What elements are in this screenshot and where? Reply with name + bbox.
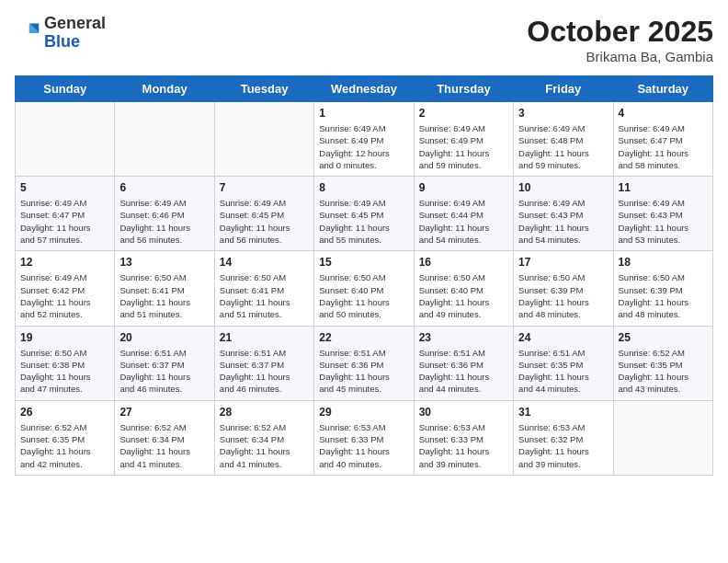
day-number: 29 — [319, 406, 408, 419]
day-info: Sunrise: 6:52 AM Sunset: 6:34 PM Dayligh… — [220, 421, 309, 470]
day-cell-5: 5Sunrise: 6:49 AM Sunset: 6:47 PM Daylig… — [16, 177, 115, 251]
empty-cell — [16, 102, 115, 177]
day-number: 15 — [319, 256, 408, 269]
weekday-friday: Friday — [514, 76, 613, 102]
day-number: 30 — [419, 406, 508, 419]
day-cell-16: 16Sunrise: 6:50 AM Sunset: 6:40 PM Dayli… — [414, 251, 513, 326]
day-cell-7: 7Sunrise: 6:49 AM Sunset: 6:45 PM Daylig… — [214, 177, 313, 251]
day-cell-30: 30Sunrise: 6:53 AM Sunset: 6:33 PM Dayli… — [414, 400, 513, 475]
weekday-tuesday: Tuesday — [214, 76, 313, 102]
title-block: October 2025 Brikama Ba, Gambia — [527, 15, 713, 64]
day-number: 16 — [419, 256, 508, 269]
day-info: Sunrise: 6:52 AM Sunset: 6:35 PM Dayligh… — [20, 421, 109, 470]
day-number: 10 — [518, 181, 608, 194]
day-info: Sunrise: 6:50 AM Sunset: 6:41 PM Dayligh… — [220, 271, 309, 320]
weekday-monday: Monday — [115, 76, 214, 102]
day-info: Sunrise: 6:53 AM Sunset: 6:32 PM Dayligh… — [518, 421, 608, 470]
day-number: 25 — [619, 331, 708, 344]
day-number: 2 — [419, 107, 508, 120]
calendar-week-row: 26Sunrise: 6:52 AM Sunset: 6:35 PM Dayli… — [16, 400, 713, 475]
day-info: Sunrise: 6:52 AM Sunset: 6:35 PM Dayligh… — [619, 347, 708, 396]
day-info: Sunrise: 6:50 AM Sunset: 6:38 PM Dayligh… — [20, 347, 109, 396]
day-cell-21: 21Sunrise: 6:51 AM Sunset: 6:37 PM Dayli… — [214, 326, 313, 400]
day-number: 4 — [619, 107, 708, 120]
day-cell-14: 14Sunrise: 6:50 AM Sunset: 6:41 PM Dayli… — [214, 251, 313, 326]
day-number: 20 — [119, 331, 209, 344]
day-cell-4: 4Sunrise: 6:49 AM Sunset: 6:47 PM Daylig… — [613, 102, 712, 177]
day-info: Sunrise: 6:49 AM Sunset: 6:45 PM Dayligh… — [220, 197, 309, 246]
day-number: 7 — [220, 181, 309, 194]
empty-cell — [214, 102, 313, 177]
day-info: Sunrise: 6:51 AM Sunset: 6:36 PM Dayligh… — [319, 347, 408, 396]
day-info: Sunrise: 6:49 AM Sunset: 6:48 PM Dayligh… — [518, 122, 608, 171]
day-cell-11: 11Sunrise: 6:49 AM Sunset: 6:43 PM Dayli… — [613, 177, 712, 251]
day-info: Sunrise: 6:50 AM Sunset: 6:39 PM Dayligh… — [619, 271, 708, 320]
calendar-week-row: 19Sunrise: 6:50 AM Sunset: 6:38 PM Dayli… — [16, 326, 713, 400]
day-cell-28: 28Sunrise: 6:52 AM Sunset: 6:34 PM Dayli… — [214, 400, 313, 475]
day-info: Sunrise: 6:49 AM Sunset: 6:42 PM Dayligh… — [20, 271, 109, 320]
weekday-thursday: Thursday — [414, 76, 513, 102]
day-info: Sunrise: 6:49 AM Sunset: 6:43 PM Dayligh… — [518, 197, 608, 246]
day-number: 5 — [20, 181, 109, 194]
day-number: 28 — [220, 406, 309, 419]
logo-icon — [15, 20, 40, 46]
day-number: 8 — [319, 181, 408, 194]
day-info: Sunrise: 6:49 AM Sunset: 6:47 PM Dayligh… — [20, 197, 109, 246]
day-info: Sunrise: 6:50 AM Sunset: 6:40 PM Dayligh… — [419, 271, 508, 320]
day-cell-10: 10Sunrise: 6:49 AM Sunset: 6:43 PM Dayli… — [514, 177, 613, 251]
day-info: Sunrise: 6:51 AM Sunset: 6:35 PM Dayligh… — [518, 347, 608, 396]
day-number: 13 — [119, 256, 209, 269]
day-number: 23 — [419, 331, 508, 344]
day-number: 31 — [518, 406, 608, 419]
day-number: 21 — [220, 331, 309, 344]
day-cell-2: 2Sunrise: 6:49 AM Sunset: 6:49 PM Daylig… — [414, 102, 513, 177]
day-number: 3 — [518, 107, 608, 120]
day-cell-29: 29Sunrise: 6:53 AM Sunset: 6:33 PM Dayli… — [314, 400, 414, 475]
day-cell-25: 25Sunrise: 6:52 AM Sunset: 6:35 PM Dayli… — [613, 326, 712, 400]
calendar-subtitle: Brikama Ba, Gambia — [527, 49, 713, 64]
day-info: Sunrise: 6:52 AM Sunset: 6:34 PM Dayligh… — [119, 421, 209, 470]
day-cell-8: 8Sunrise: 6:49 AM Sunset: 6:45 PM Daylig… — [314, 177, 414, 251]
day-info: Sunrise: 6:51 AM Sunset: 6:37 PM Dayligh… — [220, 347, 309, 396]
calendar-title: October 2025 — [527, 15, 713, 49]
day-info: Sunrise: 6:49 AM Sunset: 6:45 PM Dayligh… — [319, 197, 408, 246]
calendar-week-row: 5Sunrise: 6:49 AM Sunset: 6:47 PM Daylig… — [16, 177, 713, 251]
day-info: Sunrise: 6:49 AM Sunset: 6:47 PM Dayligh… — [619, 122, 708, 171]
day-cell-18: 18Sunrise: 6:50 AM Sunset: 6:39 PM Dayli… — [613, 251, 712, 326]
logo: General Blue — [15, 15, 106, 52]
day-info: Sunrise: 6:50 AM Sunset: 6:41 PM Dayligh… — [119, 271, 209, 320]
day-number: 6 — [119, 181, 209, 194]
day-info: Sunrise: 6:51 AM Sunset: 6:37 PM Dayligh… — [119, 347, 209, 396]
logo-text: General Blue — [44, 15, 106, 52]
day-cell-13: 13Sunrise: 6:50 AM Sunset: 6:41 PM Dayli… — [115, 251, 214, 326]
day-cell-24: 24Sunrise: 6:51 AM Sunset: 6:35 PM Dayli… — [514, 326, 613, 400]
calendar-week-row: 12Sunrise: 6:49 AM Sunset: 6:42 PM Dayli… — [16, 251, 713, 326]
day-info: Sunrise: 6:53 AM Sunset: 6:33 PM Dayligh… — [319, 421, 408, 470]
day-number: 14 — [220, 256, 309, 269]
calendar-table: SundayMondayTuesdayWednesdayThursdayFrid… — [15, 75, 713, 476]
day-info: Sunrise: 6:49 AM Sunset: 6:44 PM Dayligh… — [419, 197, 508, 246]
day-number: 17 — [518, 256, 608, 269]
day-cell-17: 17Sunrise: 6:50 AM Sunset: 6:39 PM Dayli… — [514, 251, 613, 326]
logo-general: General — [44, 14, 106, 32]
day-cell-12: 12Sunrise: 6:49 AM Sunset: 6:42 PM Dayli… — [16, 251, 115, 326]
day-cell-27: 27Sunrise: 6:52 AM Sunset: 6:34 PM Dayli… — [115, 400, 214, 475]
day-cell-1: 1Sunrise: 6:49 AM Sunset: 6:49 PM Daylig… — [314, 102, 414, 177]
day-info: Sunrise: 6:50 AM Sunset: 6:39 PM Dayligh… — [518, 271, 608, 320]
day-number: 1 — [319, 107, 408, 120]
day-cell-26: 26Sunrise: 6:52 AM Sunset: 6:35 PM Dayli… — [16, 400, 115, 475]
day-info: Sunrise: 6:53 AM Sunset: 6:33 PM Dayligh… — [419, 421, 508, 470]
day-cell-9: 9Sunrise: 6:49 AM Sunset: 6:44 PM Daylig… — [414, 177, 513, 251]
day-cell-20: 20Sunrise: 6:51 AM Sunset: 6:37 PM Dayli… — [115, 326, 214, 400]
day-cell-22: 22Sunrise: 6:51 AM Sunset: 6:36 PM Dayli… — [314, 326, 414, 400]
weekday-sunday: Sunday — [16, 76, 115, 102]
day-number: 18 — [619, 256, 708, 269]
day-info: Sunrise: 6:49 AM Sunset: 6:49 PM Dayligh… — [319, 122, 408, 171]
day-cell-6: 6Sunrise: 6:49 AM Sunset: 6:46 PM Daylig… — [115, 177, 214, 251]
day-info: Sunrise: 6:49 AM Sunset: 6:46 PM Dayligh… — [119, 197, 209, 246]
day-number: 9 — [419, 181, 508, 194]
day-info: Sunrise: 6:51 AM Sunset: 6:36 PM Dayligh… — [419, 347, 508, 396]
empty-cell — [115, 102, 214, 177]
page-header: General Blue October 2025 Brikama Ba, Ga… — [15, 15, 713, 64]
calendar-week-row: 1Sunrise: 6:49 AM Sunset: 6:49 PM Daylig… — [16, 102, 713, 177]
